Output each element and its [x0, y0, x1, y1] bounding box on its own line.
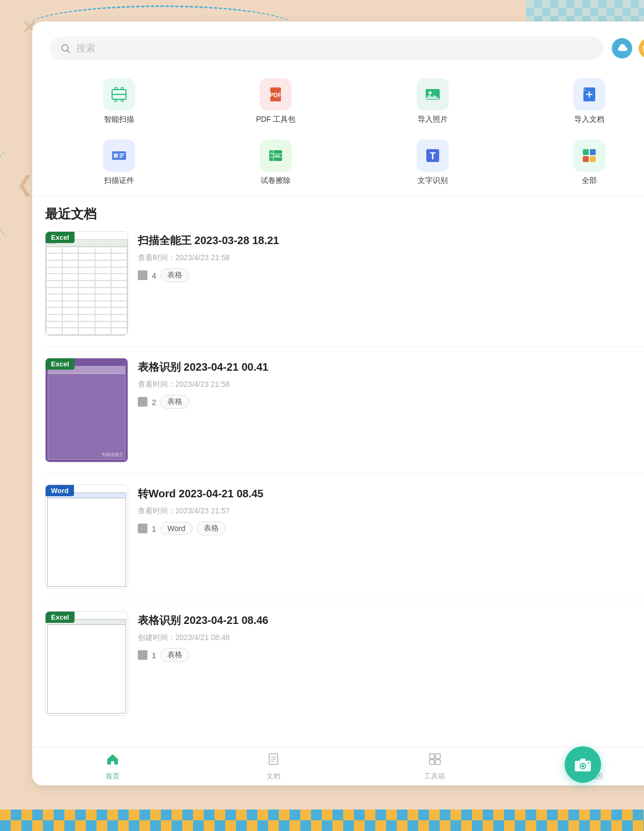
tool-label-pdf-tools: PDF 工具包: [256, 115, 295, 124]
svg-rect-40: [430, 754, 434, 759]
search-input-wrap[interactable]: 搜索: [49, 36, 603, 60]
svg-rect-5: [121, 87, 123, 90]
ocr-icon: T: [417, 139, 449, 172]
docs-icon: [267, 752, 280, 769]
tool-label-scan-id: 扫描证件: [104, 176, 134, 186]
page-num-3: 1: [152, 524, 156, 533]
svg-rect-28: [583, 156, 589, 162]
svg-rect-42: [430, 760, 434, 764]
doc-thumb-4: Excel: [45, 611, 128, 716]
recent-title: 最近文档: [45, 205, 644, 223]
tool-label-erase-test: 试卷擦除: [261, 176, 291, 186]
page-num-2: 2: [152, 398, 156, 407]
home-icon: [106, 752, 120, 769]
nav-tools[interactable]: 工具箱: [354, 752, 515, 781]
import-doc-icon: [573, 78, 605, 111]
fab-camera-button[interactable]: [565, 746, 601, 783]
tag-table-2: 表格: [160, 395, 189, 409]
svg-text:PDF: PDF: [270, 92, 282, 98]
nav-docs[interactable]: 文档: [193, 752, 354, 781]
doc-thumb-1: Excel 单位名称 for(let i=0;i<65;i++){documen…: [45, 231, 128, 336]
doc-time-1: 查看时间：2023/4/23 21:58: [138, 253, 644, 263]
tool-label-smart-scan: 智能扫描: [104, 115, 134, 124]
search-bar: 搜索: [49, 36, 644, 60]
search-placeholder: 搜索: [76, 42, 95, 55]
doc-create-time-4: 创建时间：2023/4/21 08:46: [138, 633, 644, 643]
svg-text:T: T: [430, 151, 435, 161]
doc-info-1: 扫描全能王 2023-03-28 18.21 查看时间：2023/4/23 21…: [138, 231, 644, 282]
search-icon: [60, 43, 71, 54]
doc-info-4: 表格识别 2023-04-21 08.46 创建时间：2023/4/21 08:…: [138, 611, 644, 662]
page-icon-3: [138, 524, 147, 533]
crown-icon[interactable]: [639, 38, 644, 58]
svg-text:✕: ✕: [270, 151, 272, 154]
tool-item-import-doc[interactable]: 导入文档: [511, 73, 644, 130]
doc-time-2: 查看时间：2023/4/23 21:58: [138, 380, 644, 389]
nav-tools-label: 工具箱: [424, 771, 445, 781]
svg-rect-22: [275, 155, 280, 157]
svg-rect-29: [590, 156, 596, 162]
doc-card-1[interactable]: Excel 单位名称 for(let i=0;i<65;i++){documen…: [45, 231, 644, 347]
tool-item-smart-scan[interactable]: 智能扫描: [41, 73, 197, 130]
import-photo-icon: [417, 78, 449, 111]
doc-card-2[interactable]: Excel 扫描全能王 表格识别 2023-04-21 00.41 查看时间：2…: [45, 358, 644, 474]
page-icon-2: [138, 397, 147, 407]
tool-label-import-doc: 导入文档: [574, 115, 604, 124]
svg-rect-4: [115, 87, 117, 90]
nav-home-label: 首页: [106, 771, 120, 781]
doc-title-4: 表格识别 2023-04-21 08.46: [138, 613, 644, 628]
doc-thumb-2: Excel 扫描全能王: [45, 358, 128, 462]
svg-rect-27: [590, 149, 596, 155]
doc-tags-3: 1 Word 表格: [138, 521, 644, 535]
all-icon: [573, 139, 605, 172]
page-icon-4: [138, 650, 147, 660]
doc-title-2: 表格识别 2023-04-21 00.41: [138, 360, 644, 374]
doc-card-3[interactable]: Word Word 转Word 2023-04-21 08.45 查看时间：20…: [45, 484, 644, 600]
svg-rect-7: [121, 99, 123, 101]
tag-table-4: 表格: [160, 648, 189, 662]
svg-rect-34: [580, 759, 586, 761]
svg-rect-43: [435, 760, 440, 764]
doc-time-3: 查看时间：2023/4/23 21:57: [138, 506, 644, 516]
doc-title-3: 转Word 2023-04-21 08.45: [138, 487, 644, 501]
page-num-4: 1: [152, 651, 156, 660]
cloud-icon[interactable]: [612, 38, 632, 58]
svg-line-1: [68, 50, 70, 53]
tag-word-3: Word: [160, 522, 192, 535]
doc-badge-1: Excel: [46, 232, 75, 243]
doc-card-4[interactable]: Excel 表格识别 2023-04-21 08.46 创建时间：2023/4/…: [45, 611, 644, 726]
doc-thumb-3: Word Word: [45, 484, 128, 589]
doc-tags-2: 2 表格: [138, 395, 644, 409]
tool-item-ocr[interactable]: T 文字识别: [354, 134, 511, 191]
tag-table-1: 表格: [160, 268, 189, 282]
svg-rect-14: [114, 153, 118, 158]
nav-home[interactable]: 首页: [32, 752, 193, 781]
doc-tags-1: 4 表格: [138, 268, 644, 282]
tool-grid: 智能扫描 PDF PDF 工具包 导入照片: [41, 73, 644, 191]
svg-point-35: [588, 762, 590, 764]
nav-docs-label: 文档: [267, 771, 280, 781]
tag-table-3: 表格: [197, 521, 226, 535]
tool-label-all: 全部: [582, 176, 597, 186]
tool-item-import-photo[interactable]: 导入照片: [354, 73, 511, 130]
doc-badge-2: Excel: [46, 358, 75, 370]
tool-item-pdf-tools[interactable]: PDF PDF 工具包: [197, 73, 354, 130]
smart-scan-icon: [103, 78, 135, 111]
doc-badge-4: Excel: [46, 612, 75, 623]
page-num-1: 4: [152, 271, 156, 280]
tool-item-scan-id[interactable]: 扫描证件: [41, 134, 197, 191]
scan-id-icon: [103, 139, 135, 172]
svg-rect-26: [583, 149, 589, 155]
erase-test-icon: ✕: [260, 139, 292, 172]
tool-label-import-photo: 导入照片: [418, 115, 448, 124]
bottom-nav: 首页 文档 工具箱: [32, 747, 644, 785]
tool-item-all[interactable]: 全部: [511, 134, 644, 191]
tools-icon: [428, 752, 442, 769]
header-icons: [612, 38, 644, 58]
pdf-tools-icon: PDF: [260, 78, 292, 111]
tool-item-erase-test[interactable]: ✕ 试卷擦除: [197, 134, 354, 191]
tool-label-ocr: 文字识别: [418, 176, 448, 186]
svg-rect-41: [435, 754, 440, 759]
svg-rect-6: [115, 99, 117, 101]
svg-point-33: [582, 765, 584, 768]
